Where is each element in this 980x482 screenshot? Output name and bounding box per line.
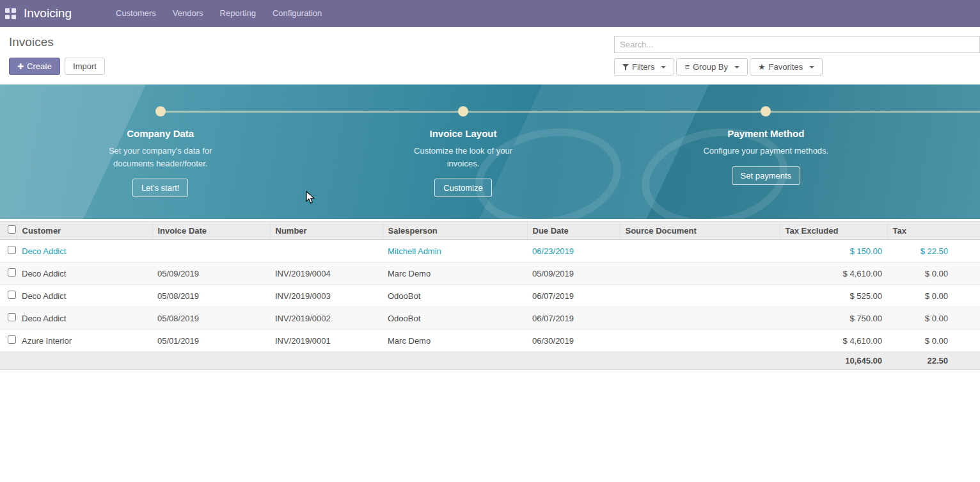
cell-tax: $ 22.50 [887,240,980,262]
cell-invoice-date [152,240,270,262]
select-all-checkbox[interactable] [8,225,16,234]
control-panel: Invoices ✚ Create Import Filters ≡ Group… [0,27,980,84]
cell-tax: $ 0.00 [887,330,980,352]
cell-customer: Azure Interior [17,330,152,352]
total-tax-excluded: 10,645.00 [780,352,887,370]
group-by-icon: ≡ [684,63,690,71]
table-header-row: Customer Invoice Date Number Salesperson… [0,221,980,240]
onboarding-step-company-data: Company Data Set your company's data for… [9,84,312,197]
star-icon: ★ [758,63,766,71]
favorites-button[interactable]: ★ Favorites [750,58,823,76]
filter-icon [622,64,629,70]
favorites-button-label: Favorites [769,62,803,72]
step-dot-icon [458,106,468,116]
row-checkbox[interactable] [8,268,16,277]
group-by-button-label: Group By [693,62,728,72]
cell-number [270,240,383,262]
cell-invoice-date: 05/08/2019 [152,285,270,307]
step-dot-icon [761,106,771,116]
onboarding-banner: Company Data Set your company's data for… [0,84,980,219]
cell-source-document [620,240,780,262]
cell-salesperson: OdooBot [383,307,527,330]
apps-grid-square [5,8,10,13]
cell-invoice-date: 05/08/2019 [152,307,270,330]
cell-due-date: 06/07/2019 [527,307,620,330]
set-payments-button[interactable]: Set payments [732,166,801,185]
table-row[interactable]: Azure Interior 05/01/2019 INV/2019/0001 … [0,330,980,352]
menu-configuration[interactable]: Configuration [264,0,330,27]
cell-due-date: 06/30/2019 [527,330,620,352]
create-button[interactable]: ✚ Create [9,58,60,75]
apps-menu-icon[interactable] [5,8,16,19]
cell-customer: Deco Addict [17,262,152,285]
cell-due-date: 05/09/2019 [527,262,620,285]
column-header-customer[interactable]: Customer [17,221,152,240]
column-header-number[interactable]: Number [270,221,383,240]
cell-tax-excluded: $ 4,610.00 [780,262,887,285]
cell-source-document [620,262,780,285]
create-button-label: Create [27,61,52,71]
column-header-source-document[interactable]: Source Document [620,221,780,240]
table-row[interactable]: Deco Addict 05/09/2019 INV/2019/0004 Mar… [0,262,980,285]
table-footer-row: 10,645.00 22.50 [0,352,980,370]
cell-tax: $ 0.00 [887,285,980,307]
cell-number: INV/2019/0002 [270,307,383,330]
table-row[interactable]: Deco Addict 05/08/2019 INV/2019/0002 Odo… [0,307,980,330]
table-row[interactable]: Deco Addict 05/08/2019 INV/2019/0003 Odo… [0,285,980,307]
column-header-due-date[interactable]: Due Date [527,221,620,240]
apps-grid-square [12,15,16,19]
chevron-down-icon [661,66,666,68]
step-description: Configure your payment methods. [689,145,842,157]
invoice-list-table: Customer Invoice Date Number Salesperson… [0,221,980,370]
cell-customer: Deco Addict [17,307,152,330]
cell-salesperson: OdooBot [383,285,527,307]
cell-source-document [620,307,780,330]
column-header-salesperson[interactable]: Salesperson [383,221,527,240]
import-button[interactable]: Import [65,58,105,75]
row-checkbox[interactable] [8,246,16,254]
step-description: Customize the look of your invoices. [412,145,514,170]
cell-number: INV/2019/0004 [270,262,383,285]
row-checkbox[interactable] [8,291,16,299]
cell-source-document [620,285,780,307]
import-button-label: Import [73,61,97,71]
customize-button[interactable]: Customize [434,179,491,197]
step-dot-icon [155,106,166,116]
step-title: Invoice Layout [312,128,614,139]
column-header-invoice-date[interactable]: Invoice Date [152,221,270,240]
cell-customer: Deco Addict [17,285,152,307]
onboarding-step-payment-method: Payment Method Configure your payment me… [615,84,917,197]
step-title: Payment Method [615,128,917,139]
search-input[interactable] [614,36,980,53]
row-checkbox[interactable] [8,335,16,344]
apps-grid-square [5,15,10,19]
column-header-tax[interactable]: Tax [887,221,980,240]
app-name[interactable]: Invoicing [24,6,72,20]
cell-source-document [620,330,780,352]
row-checkbox[interactable] [8,313,16,321]
column-header-tax-excluded[interactable]: Tax Excluded [780,221,887,240]
group-by-button[interactable]: ≡ Group By [676,58,748,76]
filters-button[interactable]: Filters [614,58,674,76]
step-description: Set your company's data for documents he… [97,145,225,170]
lets-start-button[interactable]: Let's start! [132,179,189,197]
cell-tax-excluded: $ 150.00 [780,240,887,262]
chevron-down-icon [809,66,814,68]
menu-customers[interactable]: Customers [107,0,164,27]
cell-salesperson: Marc Demo [383,330,527,352]
cell-tax-excluded: $ 525.00 [780,285,887,307]
plus-icon: ✚ [17,62,24,71]
chevron-down-icon [734,66,739,68]
total-tax: 22.50 [887,352,980,370]
cell-due-date: 06/07/2019 [527,285,620,307]
cell-tax-excluded: $ 4,610.00 [780,330,887,352]
cell-number: INV/2019/0003 [270,285,383,307]
menu-reporting[interactable]: Reporting [212,0,264,27]
cell-tax: $ 0.00 [887,307,980,330]
table-row[interactable]: Deco Addict Mitchell Admin 06/23/2019 $ … [0,240,980,262]
cell-tax-excluded: $ 750.00 [780,307,887,330]
cell-salesperson: Mitchell Admin [383,240,527,262]
filters-button-label: Filters [632,62,654,72]
step-title: Company Data [9,128,312,139]
menu-vendors[interactable]: Vendors [164,0,212,27]
